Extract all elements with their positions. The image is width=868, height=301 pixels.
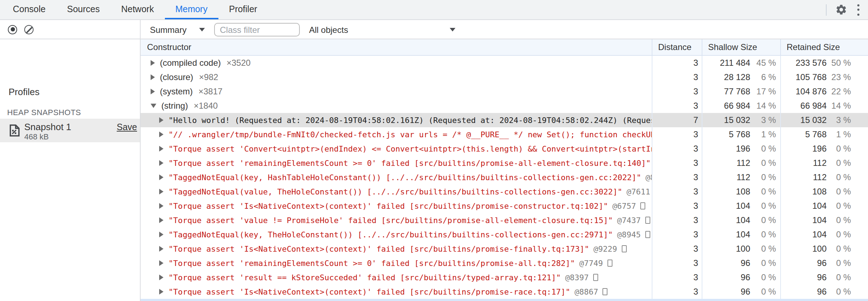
object-link-icon[interactable] [621,245,626,252]
size-value: 104 [781,201,829,211]
size-value: 104 [781,230,829,240]
object-link-icon[interactable] [607,260,612,267]
retained-size-cell: 1080 % [780,184,868,199]
grid-row[interactable]: "Torque assert 'result == kStoreSucceded… [141,270,868,285]
object-link-icon[interactable] [645,231,650,238]
chevron-collapsed-icon[interactable] [159,275,163,280]
chevron-collapsed-icon[interactable] [159,232,163,237]
grid-row[interactable]: "TaggedNotEqual(key, HashTableHoleConsta… [141,170,868,184]
size-percent: 6 % [755,72,776,82]
grid-row[interactable]: "Torque assert 'Is<NativeContext>(contex… [141,285,868,299]
column-header-distance[interactable]: Distance [652,39,702,55]
chevron-collapsed-icon[interactable] [159,203,163,209]
distance-cell: 3 [652,99,702,113]
size-value: 105 768 [781,72,829,82]
size-percent: 23 % [829,72,851,82]
string-value: "// .wrangler/tmp/bundle-FmNIt0/checked-… [168,130,652,139]
size-percent: 0 % [755,272,776,282]
size-value: 96 [702,272,755,282]
grid-row[interactable]: "Torque assert 'Is<NativeContext>(contex… [141,242,868,256]
chevron-collapsed-icon[interactable] [159,160,163,166]
chevron-collapsed-icon[interactable] [159,146,163,152]
sidebar-item-snapshot-1[interactable]: Snapshot 1 468 kB Save [0,119,140,142]
grid-row[interactable]: "Torque assert 'remainingElementsCount >… [141,156,868,170]
column-header-constructor[interactable]: Constructor [141,39,652,55]
grid-row[interactable]: "Torque assert 'remainingElementsCount >… [141,256,868,270]
grid-row[interactable]: "Torque assert 'Is<NativeContext>(contex… [141,199,868,213]
size-value: 112 [781,158,829,168]
column-header-shallow-size[interactable]: Shallow Size [702,39,780,55]
string-value: "Torque assert 'Is<NativeContext>(contex… [168,287,570,296]
object-id: @6757 [612,201,636,211]
size-value: 112 [781,172,829,182]
object-link-icon[interactable] [640,202,645,209]
shallow-size-cell: 66 98414 % [702,99,780,113]
chevron-collapsed-icon[interactable] [151,89,155,94]
retained-size-cell: 1120 % [780,156,868,170]
heap-snapshots-section-label: HEAP SNAPSHOTS [7,108,81,117]
size-percent: 0 % [829,172,851,182]
chevron-down-icon[interactable] [199,28,205,31]
more-options-kebab-icon[interactable] [857,4,859,15]
instance-count: ×982 [199,72,218,82]
retained-size-cell: 5 7681 % [780,127,868,142]
chevron-collapsed-icon[interactable] [159,217,163,223]
constructor-cell: "Torque assert 'result == kStoreSucceded… [141,270,652,285]
grid-row[interactable]: (compiled code)×35203211 48445 %233 5765… [141,56,868,70]
record-heap-snapshot-icon[interactable] [8,25,17,34]
distance-cell: 3 [652,84,702,99]
chevron-collapsed-icon[interactable] [159,289,163,295]
size-value: 196 [781,144,829,154]
chevron-collapsed-icon[interactable] [159,132,163,137]
grid-row[interactable]: "TaggedNotEqual(key, TheHoleConstant()) … [141,227,868,242]
tab-memory[interactable]: Memory [165,0,218,19]
tab-network[interactable]: Network [110,0,165,19]
grid-row[interactable]: "// .wrangler/tmp/bundle-FmNIt0/checked-… [141,127,868,142]
object-id: @8867 [575,287,598,296]
column-header-retained-size[interactable]: Retained Size [780,39,868,55]
object-link-icon[interactable] [645,217,650,224]
chevron-down-icon[interactable] [450,28,455,31]
class-filter-input[interactable] [214,23,300,36]
constructor-cell: (closure)×982 [141,70,652,84]
distance-cell: 3 [652,213,702,227]
size-value: 5 768 [702,129,755,139]
chevron-expanded-icon[interactable] [151,104,156,108]
string-value: "TaggedNotEqual(key, HashTableHoleConsta… [168,173,641,182]
tab-sources[interactable]: Sources [56,0,111,19]
heap-snapshot-document-icon [9,124,20,139]
constructor-label: (system) [160,87,193,97]
chevron-collapsed-icon[interactable] [159,246,163,252]
object-link-icon[interactable] [593,274,598,281]
chevron-collapsed-icon[interactable] [151,74,155,80]
chevron-collapsed-icon[interactable] [151,60,155,66]
object-link-icon[interactable] [602,288,607,295]
chevron-collapsed-icon[interactable] [159,117,163,123]
size-value: 112 [702,172,755,182]
size-value: 100 [781,244,829,254]
grid-row[interactable]: "TaggedNotEqual(value, TheHoleConstant()… [141,184,868,199]
size-percent: 0 % [755,230,776,240]
settings-gear-icon[interactable] [835,4,847,16]
chevron-collapsed-icon[interactable] [159,260,163,266]
grid-row[interactable]: "Torque assert 'value != PromiseHole' fa… [141,213,868,227]
chevron-collapsed-icon[interactable] [159,174,163,180]
size-value: 96 [781,287,829,297]
chevron-collapsed-icon[interactable] [159,189,163,194]
grid-row[interactable]: (system)×3817377 76817 %104 87622 % [141,84,868,99]
size-value: 66 984 [702,101,755,111]
perspective-select[interactable]: Summary [150,25,187,35]
size-value: 108 [702,187,755,197]
grid-row[interactable]: (closure)×982328 1286 %105 76823 % [141,70,868,84]
grid-row[interactable]: (string)×1840366 98414 %66 98414 % [141,99,868,113]
object-id: @8945 [617,230,641,239]
constructor-label: (closure) [160,72,193,82]
tab-profiler[interactable]: Profiler [218,0,268,19]
clear-profiles-icon[interactable] [24,25,34,34]
object-filter-select[interactable]: All objects [309,25,348,35]
grid-row[interactable]: "Hello world! (Requested at: 2024-08-19T… [141,113,868,127]
tab-console[interactable]: Console [2,0,56,19]
save-snapshot-link[interactable]: Save [117,122,137,132]
grid-row[interactable]: "Torque assert 'Convert<uintptr>(endInde… [141,142,868,156]
shallow-size-cell: 1040 % [702,227,780,242]
